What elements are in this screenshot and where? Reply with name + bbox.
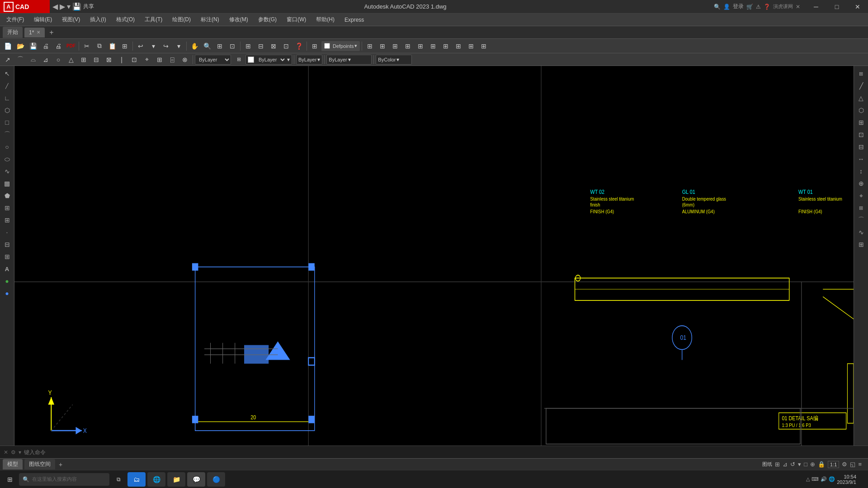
save-icon[interactable]: 💾 xyxy=(72,2,81,11)
snap1-button[interactable]: ↗ xyxy=(2,54,14,65)
lineweight-selector[interactable]: ByLayer ▾ xyxy=(326,55,372,65)
sys-tray-volume[interactable]: 🔊 xyxy=(821,476,827,482)
status-icon-3[interactable]: ↺ xyxy=(790,461,795,468)
matchprop-button[interactable]: ⊞ xyxy=(119,41,131,52)
color2-tool[interactable]: ● xyxy=(1,275,14,287)
alert-icon[interactable]: ⚠ xyxy=(756,4,761,10)
rtool8[interactable]: ↔ xyxy=(855,153,868,165)
file-tab-close[interactable]: ✕ xyxy=(37,30,40,35)
open-button[interactable]: 📂 xyxy=(14,41,26,52)
snap7-button[interactable]: ⊞ xyxy=(78,54,90,65)
print-button[interactable]: 🖨 xyxy=(40,41,52,52)
rtool5[interactable]: ⊞ xyxy=(855,117,868,128)
menu-express[interactable]: Express xyxy=(340,15,368,25)
pan-button[interactable]: ✋ xyxy=(189,41,200,52)
status-icon-5[interactable]: □ xyxy=(804,461,807,468)
point-tool[interactable]: · xyxy=(1,226,14,238)
snap4-button[interactable]: ⊿ xyxy=(40,54,52,65)
pdf-button[interactable]: PDF xyxy=(65,41,77,52)
taskview-btn[interactable]: ⧉ xyxy=(111,472,126,487)
color-arrow[interactable]: ▾ xyxy=(287,56,290,63)
save-button[interactable]: 💾 xyxy=(27,41,39,52)
sys-tray-kbd[interactable]: ⌨ xyxy=(811,476,819,482)
snap10-button[interactable]: | xyxy=(116,54,127,65)
menu-insert[interactable]: 插入(I) xyxy=(85,14,110,25)
rtool11[interactable]: ⌖ xyxy=(855,190,868,202)
layer-mgr-button[interactable]: ⊞ xyxy=(233,54,245,65)
view4-button[interactable]: ⊡ xyxy=(280,41,292,52)
region-tool[interactable]: ⬟ xyxy=(1,190,14,202)
taskbar-app-2[interactable]: 🌐 xyxy=(147,472,165,487)
rtool13[interactable]: ⌒ xyxy=(855,214,868,226)
snap14-button[interactable]: ⌻ xyxy=(166,54,178,65)
snap12-button[interactable]: ⌖ xyxy=(141,54,153,65)
search-icon[interactable]: 🔍 xyxy=(714,4,721,10)
tool9-button[interactable]: ⊞ xyxy=(465,41,477,52)
menu-dimension[interactable]: 标注(N) xyxy=(196,14,224,25)
ad-close-icon[interactable]: ✕ xyxy=(796,4,800,10)
dropdown-icon[interactable]: ▾ xyxy=(67,2,71,11)
color3-tool[interactable]: ● xyxy=(1,287,14,299)
paste-button[interactable]: 📋 xyxy=(106,41,118,52)
view-button[interactable]: ⊞ xyxy=(242,41,254,52)
close-button[interactable]: ✕ xyxy=(847,0,868,13)
new-button[interactable]: 📄 xyxy=(2,41,14,52)
lineweight-arrow[interactable]: ▾ xyxy=(348,56,351,63)
tool2-button[interactable]: ⊞ xyxy=(377,41,388,52)
tool4-button[interactable]: ⊞ xyxy=(402,41,414,52)
rtool1[interactable]: ⊞ xyxy=(855,68,868,80)
back-icon[interactable]: ◀ xyxy=(52,2,58,11)
view3-button[interactable]: ⊠ xyxy=(268,41,279,52)
layer-button[interactable]: ⊞ xyxy=(309,41,321,52)
minimize-button[interactable]: ─ xyxy=(806,0,826,13)
taskbar-clock[interactable]: 10:54 2023/9/1 xyxy=(837,474,860,485)
surface-tool[interactable]: ⊟ xyxy=(1,239,14,250)
snap6-button[interactable]: △ xyxy=(65,54,77,65)
status-icon-2[interactable]: ⊿ xyxy=(783,461,788,468)
status-icon-7[interactable]: 🔒 xyxy=(818,461,825,468)
redo-button[interactable]: ↪ xyxy=(160,41,172,52)
status-icon-6[interactable]: ⊕ xyxy=(810,461,815,468)
status-model-label[interactable]: 图纸 xyxy=(762,461,772,468)
menu-window[interactable]: 窗口(W) xyxy=(282,14,311,25)
defpoints-checkbox[interactable] xyxy=(324,43,330,49)
tool3-button[interactable]: ⊞ xyxy=(389,41,401,52)
spline-tool[interactable]: ∿ xyxy=(1,165,14,177)
file-tab[interactable]: 1* ✕ xyxy=(24,28,45,38)
status-icon-9[interactable]: ◱ xyxy=(850,461,855,468)
color-selector[interactable]: ByLayer ▾ xyxy=(245,55,292,65)
zoom3-button[interactable]: ⊡ xyxy=(226,41,238,52)
defpoints-arrow[interactable]: ▾ xyxy=(354,43,357,49)
share-button[interactable]: 共享 xyxy=(83,3,94,10)
tool5-button[interactable]: ⊞ xyxy=(415,41,426,52)
taskbar-app-4[interactable]: 💬 xyxy=(187,472,205,487)
model-tab[interactable]: 模型 xyxy=(3,459,23,469)
status-icon-8[interactable]: ⚙ xyxy=(842,461,847,468)
copy-button[interactable]: ⧉ xyxy=(94,41,105,52)
rect-tool[interactable]: □ xyxy=(1,117,14,128)
menu-help[interactable]: 帮助(H) xyxy=(311,14,339,25)
polygon-tool[interactable]: ⬡ xyxy=(1,104,14,116)
user-icon[interactable]: 👤 xyxy=(723,4,730,10)
rtool3[interactable]: △ xyxy=(855,92,868,104)
rtool10[interactable]: ⊕ xyxy=(855,178,868,189)
rtool6[interactable]: ⊡ xyxy=(855,129,868,141)
menu-tools[interactable]: 工具(T) xyxy=(140,14,167,25)
tool10-button[interactable]: ⊞ xyxy=(478,41,490,52)
cut-button[interactable]: ✂ xyxy=(81,41,93,52)
block-tool[interactable]: ⊞ xyxy=(1,202,14,214)
maximize-button[interactable]: □ xyxy=(826,0,847,13)
polyline-tool[interactable]: ∟ xyxy=(1,92,14,104)
table-tool[interactable]: ⊞ xyxy=(1,251,14,263)
undo-button[interactable]: ↩ xyxy=(135,41,146,52)
snap15-button[interactable]: ⊗ xyxy=(179,54,191,65)
rtool9[interactable]: ↕ xyxy=(855,165,868,177)
bylayer-color-select[interactable]: ByLayer xyxy=(255,55,286,65)
insert-tool[interactable]: ⊞ xyxy=(1,214,14,226)
help-icon[interactable]: ❓ xyxy=(764,4,770,10)
paperspace-tab[interactable]: 图纸空间 xyxy=(24,459,55,469)
taskbar-app-1[interactable]: 🗂 xyxy=(127,472,146,487)
cmd-close-icon[interactable]: ✕ xyxy=(4,449,8,455)
arc-tool[interactable]: ⌒ xyxy=(1,129,14,141)
user-label[interactable]: 登录 xyxy=(733,3,744,10)
